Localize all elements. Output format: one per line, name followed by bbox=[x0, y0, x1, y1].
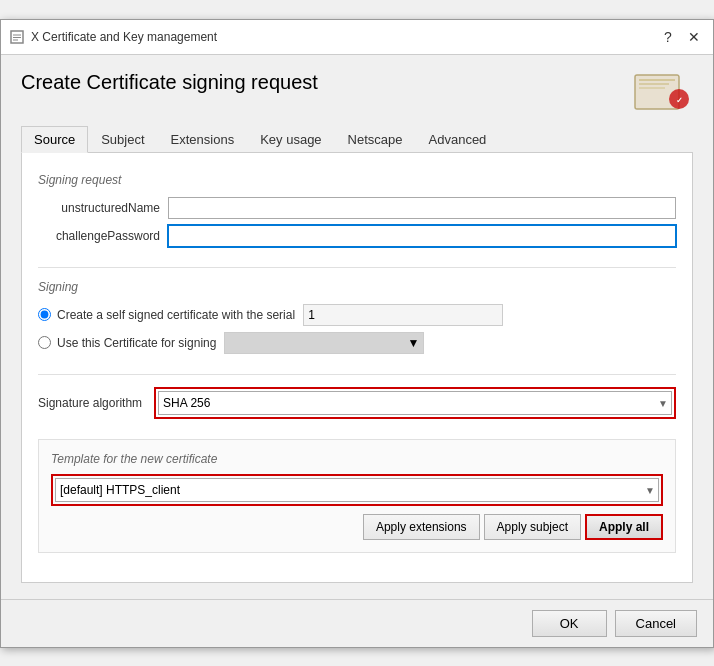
signing-dropdown-arrow: ▼ bbox=[408, 336, 420, 350]
signing-option2-radio[interactable] bbox=[38, 336, 51, 349]
signing-label: Signing bbox=[38, 280, 676, 294]
main-content: Create Certificate signing request ✓ Sou… bbox=[1, 55, 713, 599]
template-section: Template for the new certificate [defaul… bbox=[38, 439, 676, 553]
cert-logo: ✓ bbox=[633, 71, 693, 113]
signing-option1-label: Create a self signed certificate with th… bbox=[57, 308, 295, 322]
signing-option2-label: Use this Certificate for signing bbox=[57, 336, 216, 350]
signing-option1-row: Create a self signed certificate with th… bbox=[38, 304, 676, 326]
template-select[interactable]: [default] HTTPS_client [default] HTTPS_s… bbox=[55, 478, 659, 502]
template-select-wrapper: [default] HTTPS_client [default] HTTPS_s… bbox=[55, 478, 659, 502]
tab-subject[interactable]: Subject bbox=[88, 126, 157, 153]
title-bar: X Certificate and Key management ? ✕ bbox=[1, 20, 713, 55]
window-title: X Certificate and Key management bbox=[31, 30, 657, 44]
signature-algorithm-section: Signature algorithm SHA 256 SHA 384 SHA … bbox=[38, 387, 676, 419]
tab-source[interactable]: Source bbox=[21, 126, 88, 153]
svg-rect-5 bbox=[639, 79, 675, 81]
page-title: Create Certificate signing request bbox=[21, 71, 318, 94]
divider-1 bbox=[38, 267, 676, 268]
signing-request-label: Signing request bbox=[38, 173, 676, 187]
sig-algorithm-select[interactable]: SHA 256 SHA 384 SHA 512 SHA 1 MD5 bbox=[158, 391, 672, 415]
title-controls: ? ✕ bbox=[657, 26, 705, 48]
apply-extensions-button[interactable]: Apply extensions bbox=[363, 514, 480, 540]
sig-algorithm-border: SHA 256 SHA 384 SHA 512 SHA 1 MD5 bbox=[154, 387, 676, 419]
help-button[interactable]: ? bbox=[657, 26, 679, 48]
unstructured-name-row: unstructuredName bbox=[38, 197, 676, 219]
app-icon bbox=[9, 29, 25, 45]
template-buttons: Apply extensions Apply subject Apply all bbox=[51, 514, 663, 540]
tab-panel: Signing request unstructuredName challen… bbox=[21, 153, 693, 583]
svg-rect-7 bbox=[639, 87, 665, 89]
svg-rect-6 bbox=[639, 83, 669, 85]
signing-option1-input[interactable] bbox=[303, 304, 503, 326]
challenge-password-label: challengePassword bbox=[38, 229, 168, 243]
template-dropdown-border: [default] HTTPS_client [default] HTTPS_s… bbox=[51, 474, 663, 506]
tab-netscape[interactable]: Netscape bbox=[335, 126, 416, 153]
unstructured-name-input[interactable] bbox=[168, 197, 676, 219]
sig-algorithm-select-wrapper: SHA 256 SHA 384 SHA 512 SHA 1 MD5 bbox=[158, 391, 672, 415]
footer: OK Cancel bbox=[1, 599, 713, 647]
main-window: X Certificate and Key management ? ✕ Cre… bbox=[0, 19, 714, 648]
tab-extensions[interactable]: Extensions bbox=[158, 126, 248, 153]
ok-button[interactable]: OK bbox=[532, 610, 607, 637]
signing-request-section: Signing request unstructuredName challen… bbox=[38, 173, 676, 247]
tab-key-usage[interactable]: Key usage bbox=[247, 126, 334, 153]
tabs-bar: Source Subject Extensions Key usage Nets… bbox=[21, 125, 693, 153]
signing-option2-row: Use this Certificate for signing ▼ bbox=[38, 332, 676, 354]
unstructured-name-label: unstructuredName bbox=[38, 201, 168, 215]
signing-section: Signing Create a self signed certificate… bbox=[38, 280, 676, 354]
close-button[interactable]: ✕ bbox=[683, 26, 705, 48]
apply-all-button[interactable]: Apply all bbox=[585, 514, 663, 540]
tab-advanced[interactable]: Advanced bbox=[416, 126, 500, 153]
signing-option1-radio[interactable] bbox=[38, 308, 51, 321]
sig-algorithm-label: Signature algorithm bbox=[38, 396, 142, 410]
template-section-label: Template for the new certificate bbox=[51, 452, 663, 466]
cancel-button[interactable]: Cancel bbox=[615, 610, 697, 637]
challenge-password-row: challengePassword bbox=[38, 225, 676, 247]
svg-text:✓: ✓ bbox=[676, 96, 683, 105]
apply-subject-button[interactable]: Apply subject bbox=[484, 514, 581, 540]
page-title-row: Create Certificate signing request ✓ bbox=[21, 71, 693, 113]
divider-2 bbox=[38, 374, 676, 375]
challenge-password-input[interactable] bbox=[168, 225, 676, 247]
